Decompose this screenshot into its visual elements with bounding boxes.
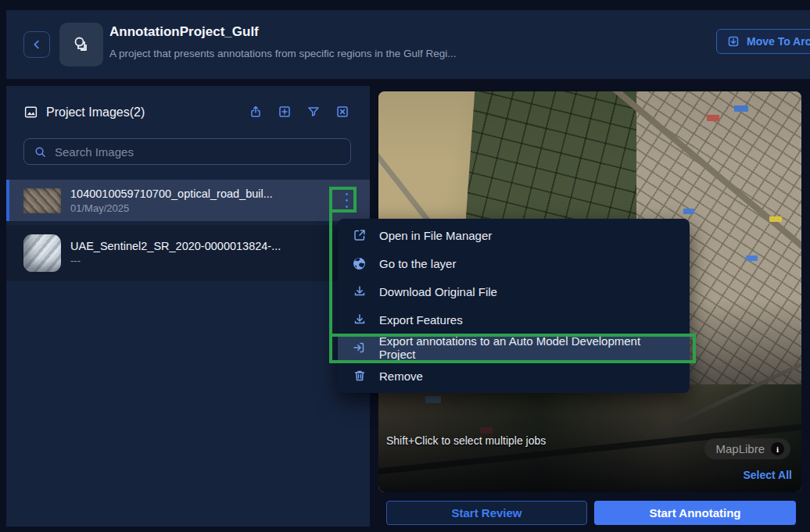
- back-button[interactable]: [23, 31, 50, 58]
- maplibre-label: MapLibre: [715, 442, 765, 455]
- search-icon: [34, 145, 47, 159]
- image-thumbnail: [23, 234, 61, 272]
- menu-item-label: Export Features: [379, 313, 463, 327]
- external-link-icon: [352, 228, 367, 242]
- move-to-archive-label: Move To Archive: [747, 35, 810, 48]
- sidebar-title: Project Images(2): [46, 105, 145, 120]
- image-title: UAE_Sentinel2_SR_2020-0000013824-...: [70, 240, 281, 252]
- menu-item-label: Open in File Manager: [379, 229, 492, 242]
- download-icon: [352, 284, 367, 298]
- page-title: AnnotationProject_Gulf: [109, 24, 259, 40]
- menu-item-label: Go to the layer: [379, 257, 456, 270]
- project-avatar: [59, 23, 103, 66]
- menu-item-go-to-layer[interactable]: Go to the layer: [338, 249, 690, 277]
- page-subtitle: A project that presents annotations from…: [109, 48, 456, 59]
- move-to-archive-button[interactable]: Move To Archive: [716, 29, 810, 54]
- header: AnnotationProject_Gulf A project that pr…: [6, 10, 810, 79]
- menu-item-open-file-manager[interactable]: Open in File Manager: [338, 221, 690, 249]
- list-item-image-2[interactable]: UAE_Sentinel2_SR_2020-0000013824-... ---: [6, 225, 370, 281]
- image-title: 1040010059710700_optical_road_buil...: [70, 187, 273, 200]
- image-icon: [23, 105, 38, 120]
- globe-icon: [352, 256, 367, 271]
- chevron-left-icon: [30, 38, 43, 51]
- search-input[interactable]: [55, 145, 341, 159]
- trash-icon: [352, 369, 367, 383]
- start-review-button[interactable]: Start Review: [386, 501, 587, 525]
- image-date: 01/May/2025: [70, 202, 273, 214]
- menu-item-export-annotations[interactable]: Export annotations to an Auto Model Deve…: [338, 334, 690, 362]
- kebab-menu-icon[interactable]: [338, 186, 355, 214]
- image-thumbnail: [23, 188, 61, 213]
- selected-indicator: [6, 180, 9, 221]
- multi-select-hint: Shift+Click to select multiple jobs: [386, 434, 546, 447]
- menu-item-label: Remove: [379, 370, 423, 383]
- close-square-icon[interactable]: [335, 105, 349, 119]
- image-date: ---: [70, 255, 281, 266]
- box-arrow-down-icon: [726, 34, 740, 48]
- context-menu: Open in File Manager Go to the layer Dow…: [338, 219, 690, 393]
- share-icon[interactable]: [249, 105, 263, 119]
- map-attribution: MapLibre i: [704, 438, 790, 459]
- menu-item-label: Download Original File: [379, 285, 497, 298]
- start-annotating-button[interactable]: Start Annotating: [594, 501, 796, 525]
- info-icon[interactable]: i: [771, 442, 784, 455]
- add-square-icon[interactable]: [278, 105, 292, 119]
- menu-item-remove[interactable]: Remove: [338, 362, 690, 390]
- annotation-shapes-icon: [71, 34, 91, 55]
- download-icon: [352, 312, 367, 327]
- menu-item-download-original[interactable]: Download Original File: [338, 277, 690, 305]
- select-all-link[interactable]: Select All: [743, 469, 792, 481]
- list-item-image-1[interactable]: 1040010059710700_optical_road_buil... 01…: [6, 180, 370, 221]
- search-images-box: [23, 138, 351, 165]
- project-images-sidebar: Project Images(2): [6, 86, 370, 527]
- filter-icon[interactable]: [306, 105, 321, 119]
- menu-item-label: Export annotations to an Auto Model Deve…: [379, 334, 676, 361]
- menu-item-export-features[interactable]: Export Features: [338, 305, 690, 334]
- export-arrow-icon: [352, 341, 367, 355]
